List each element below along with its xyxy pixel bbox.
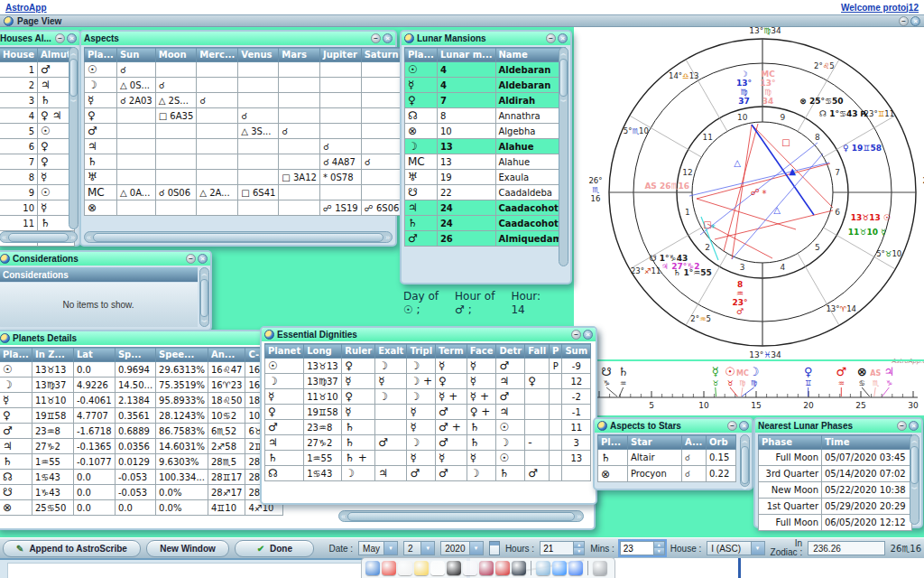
- year-dropdown[interactable]: 2020 ▼: [440, 541, 483, 555]
- lunar-phases-vscrollbar[interactable]: [910, 434, 919, 525]
- column-header[interactable]: Long: [304, 344, 342, 359]
- table-row: ♀ □ 6A35 ☌: [85, 108, 445, 124]
- finder-icon[interactable]: [365, 561, 380, 575]
- column-header[interactable]: Exalt: [375, 344, 407, 359]
- house-dropdown[interactable]: I (ASC) ▼: [707, 541, 764, 555]
- column-header[interactable]: Spee...: [156, 348, 208, 362]
- column-header[interactable]: Term: [436, 344, 467, 359]
- column-header[interactable]: A...: [682, 435, 707, 450]
- astroapp-logo-link[interactable]: AstroApp: [5, 3, 47, 13]
- page-view-bar[interactable]: Page View − ×: [0, 14, 924, 27]
- itunes-icon[interactable]: [463, 561, 477, 575]
- podcasts-icon[interactable]: [479, 561, 494, 575]
- aspects-to-stars-title-bar[interactable]: Aspects to Stars − ×: [595, 419, 752, 433]
- minimize-icon[interactable]: −: [899, 16, 909, 26]
- column-header[interactable]: Saturn: [361, 48, 402, 62]
- minimize-icon[interactable]: −: [727, 421, 737, 431]
- hours-input[interactable]: [541, 542, 573, 555]
- column-header[interactable]: An...: [208, 348, 245, 362]
- mins-stepper[interactable]: ▲▼: [620, 541, 665, 555]
- column-header[interactable]: Orb: [707, 435, 736, 450]
- column-header[interactable]: Planet: [265, 344, 304, 359]
- close-icon[interactable]: ×: [67, 33, 77, 43]
- planets-details-hscrollbar[interactable]: [338, 510, 584, 522]
- column-header[interactable]: Pla...: [405, 48, 438, 62]
- mins-input[interactable]: [621, 542, 653, 555]
- minimize-icon[interactable]: −: [897, 421, 907, 431]
- aspects-to-stars-vscrollbar[interactable]: [740, 434, 750, 487]
- column-header[interactable]: In Z...: [32, 348, 73, 362]
- day-dropdown[interactable]: 2 ▼: [403, 541, 435, 555]
- hours-stepper[interactable]: ▲▼: [540, 541, 585, 555]
- close-icon[interactable]: ×: [558, 33, 568, 43]
- column-header[interactable]: Sum: [562, 344, 591, 359]
- column-header[interactable]: Lat: [73, 348, 115, 362]
- column-header[interactable]: Venus: [238, 48, 279, 62]
- houses-hscrollbar[interactable]: [0, 231, 78, 243]
- column-header[interactable]: Detr: [496, 344, 525, 359]
- considerations-title-bar[interactable]: Considerations − ×: [0, 252, 210, 266]
- considerations-vscrollbar[interactable]: [199, 267, 209, 327]
- essential-dignities-title-bar[interactable]: Essential Dignities − ×: [262, 328, 596, 341]
- column-header[interactable]: Pla...: [0, 348, 32, 362]
- close-icon[interactable]: ×: [383, 33, 393, 43]
- houses-vscrollbar[interactable]: [69, 47, 79, 229]
- close-icon[interactable]: ×: [739, 421, 749, 431]
- slack-icon[interactable]: [430, 561, 445, 575]
- column-header[interactable]: Mars: [279, 48, 320, 62]
- column-header[interactable]: Name: [495, 48, 565, 62]
- column-header[interactable]: Star: [628, 435, 682, 450]
- column-header[interactable]: P: [550, 344, 562, 359]
- column-header[interactable]: Pl...: [598, 435, 628, 450]
- column-header[interactable]: Merc...: [197, 48, 238, 62]
- houses-title-bar[interactable]: Houses Al... − ×: [0, 32, 79, 45]
- close-icon[interactable]: ×: [583, 330, 593, 340]
- column-header[interactable]: Sp...: [115, 348, 155, 362]
- calendar-icon[interactable]: [398, 561, 412, 575]
- notes-icon[interactable]: [414, 561, 429, 575]
- welcome-user-link[interactable]: Welcome protoj12: [841, 3, 919, 13]
- column-header[interactable]: House: [0, 48, 38, 62]
- trash-icon[interactable]: [593, 561, 607, 575]
- column-header[interactable]: Sun: [116, 48, 155, 62]
- zoom-icon[interactable]: [552, 561, 567, 575]
- lunar-mansions-vscrollbar[interactable]: [559, 47, 568, 266]
- screen-share-icon[interactable]: [536, 561, 550, 575]
- in-zodiac-field[interactable]: 236.26: [808, 541, 884, 555]
- new-window-button[interactable]: New Window: [146, 540, 229, 557]
- column-header[interactable]: Moon: [155, 48, 197, 62]
- column-header[interactable]: Lunar m...: [437, 48, 495, 62]
- month-dropdown[interactable]: May ▼: [358, 541, 398, 555]
- column-header[interactable]: Fall: [525, 344, 550, 359]
- column-header[interactable]: Phase: [759, 435, 822, 450]
- cusp-label: 23°♐11: [631, 266, 661, 275]
- column-header[interactable]: Pla...: [85, 48, 117, 62]
- column-header[interactable]: Tripl: [407, 344, 436, 359]
- table-cell: 2.1384: [115, 393, 155, 408]
- close-icon[interactable]: ×: [198, 254, 208, 264]
- aspects-title-bar[interactable]: Aspects − ×: [81, 32, 395, 45]
- minimize-icon[interactable]: −: [371, 33, 381, 43]
- minimize-icon[interactable]: −: [55, 33, 65, 43]
- close-icon[interactable]: ×: [910, 16, 920, 26]
- chrome-icon[interactable]: [382, 561, 396, 575]
- minimize-icon[interactable]: −: [186, 254, 196, 264]
- done-button[interactable]: ✔ Done: [235, 540, 314, 557]
- music-icon[interactable]: [447, 561, 461, 575]
- steam-icon[interactable]: [512, 561, 526, 575]
- column-header[interactable]: Ruler: [342, 344, 375, 359]
- considerations-header[interactable]: Considerations: [0, 267, 198, 282]
- minimize-icon[interactable]: −: [546, 33, 556, 43]
- minimize-icon[interactable]: −: [571, 330, 581, 340]
- lunar-phases-title-bar[interactable]: Nearest Lunar Phases − ×: [755, 419, 921, 433]
- pinwheel-icon[interactable]: [495, 561, 510, 575]
- calendar-icon[interactable]: [489, 541, 500, 555]
- aspects-hscrollbar[interactable]: [84, 231, 393, 243]
- lunar-mansions-title-bar[interactable]: Lunar Mansions − ×: [402, 32, 570, 45]
- quicktime-icon[interactable]: [568, 561, 583, 575]
- append-to-astroscribe-button[interactable]: ✎ Append to AstroScribe: [3, 540, 141, 557]
- close-icon[interactable]: ×: [909, 421, 919, 431]
- column-header[interactable]: Jupiter: [319, 48, 361, 62]
- column-header[interactable]: Face: [467, 344, 496, 359]
- column-header[interactable]: Time: [822, 435, 912, 450]
